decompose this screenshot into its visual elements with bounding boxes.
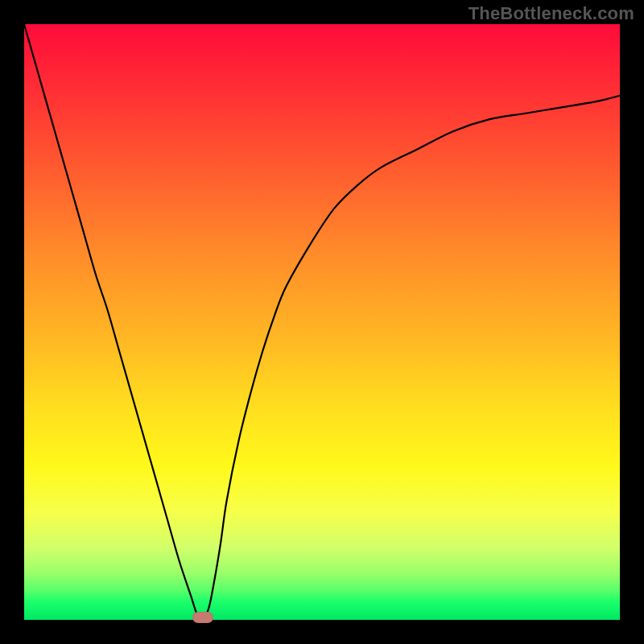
watermark-text: TheBottleneck.com	[469, 3, 634, 24]
bottleneck-curve	[24, 24, 620, 620]
curve-path	[24, 24, 620, 620]
plot-area	[24, 24, 620, 620]
chart-frame: TheBottleneck.com	[0, 0, 644, 644]
optimum-marker	[192, 612, 213, 623]
